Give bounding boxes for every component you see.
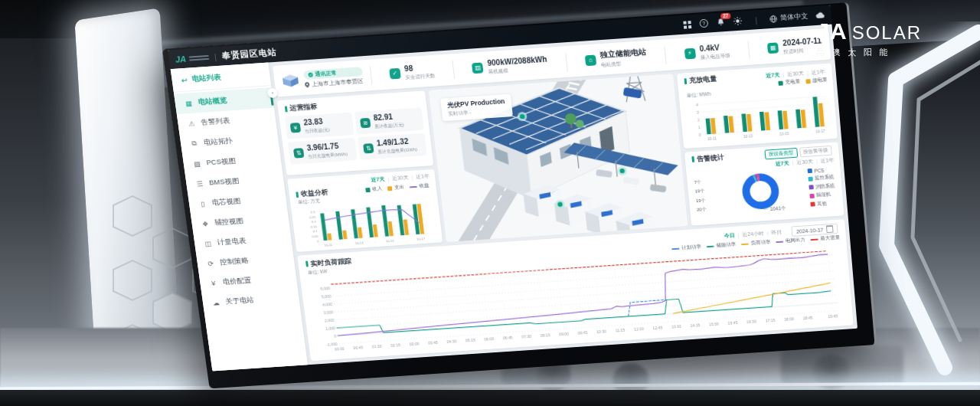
charge-card: 充放电量 近7天|近30天|近1年 充电量放电量 单位: MWh 0123410… — [677, 63, 838, 148]
svg-text:12:45: 12:45 — [652, 326, 662, 331]
overview-icon: ▦ — [184, 99, 193, 107]
legend-swatch — [810, 201, 815, 206]
divider — [665, 46, 667, 64]
svg-text:18:45: 18:45 — [802, 316, 812, 321]
svg-text:09:45: 09:45 — [577, 331, 587, 336]
legend-swatch — [808, 185, 813, 189]
divider — [747, 40, 750, 58]
legend-swatch — [410, 185, 417, 188]
svg-text:10-17: 10-17 — [416, 237, 426, 241]
sidebar-back-label: 电站列表 — [191, 73, 222, 84]
building-icon: ⌂ — [585, 54, 596, 66]
check-circle-icon: ✓ — [389, 67, 401, 79]
notification-badge: 27 — [720, 13, 731, 20]
revenue-tab-1[interactable]: 近30天 — [391, 174, 409, 182]
revenue-tab-0[interactable]: 近7天 — [371, 175, 385, 184]
legend-label: 收益 — [419, 182, 430, 190]
legend-label: 除湿机 — [816, 191, 831, 198]
legend-item: 收益 — [409, 182, 430, 190]
svg-text:?: ? — [702, 21, 706, 26]
bolt-icon: ⚡ — [684, 47, 695, 59]
charge-title: 充放电量 — [684, 74, 717, 87]
station-3d-view[interactable]: 光伏PV Production 实时功率 - — [429, 74, 688, 242]
language-selector[interactable]: 简体中文 — [769, 11, 808, 24]
svg-text:16:30: 16:30 — [746, 319, 756, 325]
charge-tab-0[interactable]: 近7天 — [766, 70, 780, 79]
donut-label: 7个 — [694, 178, 704, 186]
svg-text:01:30: 01:30 — [372, 344, 382, 349]
load-tab-0[interactable]: 今日 — [724, 231, 735, 240]
divider — [452, 61, 456, 79]
svg-text:00:00: 00:00 — [335, 347, 345, 352]
legend-label: 收入 — [372, 185, 383, 193]
kpi-tile-1: ≋82.91累计收益(万元) — [354, 107, 424, 134]
svg-text:0: 0 — [334, 334, 337, 339]
svg-text:10-17: 10-17 — [815, 129, 825, 134]
legend-item: 支出 — [387, 184, 405, 192]
sidebar-item-label: 控制策略 — [220, 256, 250, 267]
donut-label: 20个 — [697, 206, 707, 214]
legend-swatch — [671, 247, 679, 250]
sidebar-item-label: 告警列表 — [201, 116, 230, 127]
svg-text:-1,000: -1,000 — [326, 342, 338, 347]
bell-icon[interactable]: 27 — [715, 17, 726, 28]
help-icon[interactable]: ? — [698, 18, 709, 29]
svg-text:0: 0 — [699, 133, 701, 137]
divider — [565, 53, 568, 71]
svg-text:15:00: 15:00 — [709, 322, 719, 327]
info-stat-label: 安全运行天数 — [405, 72, 436, 80]
info-stat-2: ⌂独立储能电站电站类型 — [584, 47, 647, 70]
info-stat-3: ⚡0.4kV接入电压等级 — [684, 42, 730, 62]
charge-icon: ⇅ — [363, 143, 374, 154]
monitor: JA | 奉贤园区电站 ? 27 — [162, 2, 877, 388]
svg-text:0.05: 0.05 — [312, 234, 318, 238]
station-cube-icon — [281, 73, 299, 87]
svg-text:6,000: 6,000 — [320, 286, 331, 291]
legend-swatch — [741, 243, 749, 245]
svg-text:3,000: 3,000 — [323, 309, 334, 315]
bottom-dark-band — [0, 390, 980, 406]
kpi-label: 当日收益(元) — [305, 126, 331, 135]
load-tab-1[interactable]: 近24小时 — [742, 230, 764, 238]
meter-icon: ◫ — [204, 240, 213, 247]
svg-text:0.15: 0.15 — [310, 224, 317, 228]
svg-text:00:45: 00:45 — [353, 345, 363, 350]
svg-text:02:15: 02:15 — [390, 343, 400, 349]
kpi-value: 23.83 — [303, 117, 329, 127]
svg-text:12:00: 12:00 — [634, 327, 644, 332]
divider: | — [411, 175, 413, 180]
donut-legend-item: 除湿机 — [809, 191, 836, 199]
kpi-tile-0: ¥23.83当日收益(元) — [285, 113, 354, 139]
divider: | — [737, 232, 739, 237]
alarm-mode-button-0[interactable]: 按设备类型 — [764, 147, 797, 159]
app-logo-lines — [189, 54, 210, 61]
legend-item: 收入 — [365, 185, 383, 193]
alarm-mode-button-1[interactable]: 按告警等级 — [799, 145, 832, 156]
svg-text:2,000: 2,000 — [325, 318, 335, 323]
svg-text:4: 4 — [696, 103, 698, 107]
aux-icon: ❖ — [201, 220, 210, 228]
divider: | — [214, 52, 217, 61]
charge-tab-1[interactable]: 近30天 — [787, 69, 805, 77]
revenue-tab-2[interactable]: 近1年 — [416, 172, 430, 181]
divider: | — [816, 159, 818, 164]
kpi-label: 当日充放电量(MWh) — [308, 151, 348, 160]
charge-tab-2[interactable]: 近1年 — [811, 67, 825, 76]
svg-text:5,000: 5,000 — [321, 294, 332, 300]
kpi-title: 运营指标 — [284, 102, 318, 114]
brightness-icon[interactable] — [732, 16, 743, 27]
battery-icon: ▥ — [472, 62, 484, 74]
svg-text:10-13: 10-13 — [354, 241, 364, 245]
brand-logo: JA SOLAR 晶澳太阳能 — [816, 18, 922, 58]
apps-grid-icon[interactable] — [681, 19, 692, 30]
donut-legend-item: 其他 — [810, 199, 837, 208]
svg-text:07:30: 07:30 — [521, 334, 531, 339]
alarm-donut: 7个19个19个20个 ﹂ 1041个 PCS监控系统消防系统除湿机其他 — [692, 164, 839, 223]
info-stat-0: ✓98安全运行天数 — [388, 62, 435, 82]
load-tab-2[interactable]: 昨日 — [771, 228, 782, 237]
calendar-icon — [826, 225, 834, 233]
charge-chart: 0123410-1110-1310-1510-17 — [684, 90, 831, 142]
svg-text:10-15: 10-15 — [779, 133, 789, 137]
brand-solar: SOLAR — [852, 22, 922, 44]
alarm-title: 告警统计 — [691, 152, 724, 164]
